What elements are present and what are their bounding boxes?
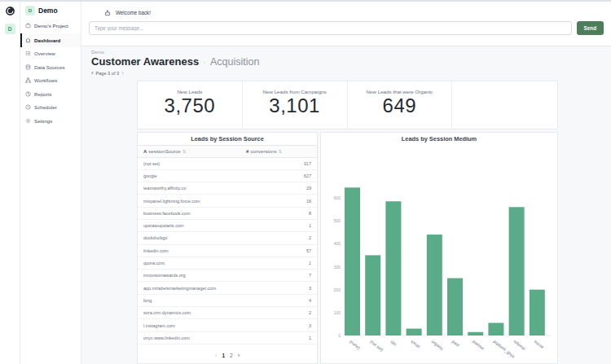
clock-icon [25, 104, 31, 110]
table-row[interactable]: upstateupstarts.com1 [138, 220, 317, 232]
table-row[interactable]: google627 [138, 170, 317, 182]
sidebar-item-overview[interactable]: Overview [20, 47, 81, 61]
briefcase-icon [25, 23, 31, 29]
table-row[interactable]: app.mirabelsmarketingmanager.com3 [138, 282, 317, 294]
sidebar-item-reports[interactable]: Reports [20, 87, 81, 101]
conversions-cell: 1 [309, 261, 317, 265]
x-axis-label: social [534, 339, 545, 349]
column-label: sessionSource [148, 149, 180, 154]
sidebar-item-data-sources[interactable]: Data Sources [20, 60, 81, 74]
next-page-icon[interactable]: › [121, 70, 124, 77]
conversions-cell: 7 [309, 273, 317, 278]
page-subtitle: Acquisition [210, 56, 259, 68]
y-axis-tick: 300 [334, 264, 341, 269]
y-axis-tick: 600 [334, 195, 341, 200]
table-row[interactable]: linkedin.com57 [138, 245, 317, 257]
session-source-cell: app.mirabelsmarketingmanager.com [138, 286, 309, 291]
session-source-cell: onyx.www.linkedin.com [138, 335, 309, 340]
kpi-card-organic-leads: New Leads that were Organic 649 [348, 81, 453, 129]
sitemap-icon [25, 77, 31, 83]
prev-page-icon[interactable]: ‹ [215, 352, 218, 359]
page-title-row: Customer Awareness · Acquisition [91, 55, 611, 68]
chart-bar [365, 255, 380, 335]
message-input[interactable] [89, 21, 572, 35]
text-type-icon: A [143, 149, 147, 154]
breadcrumb[interactable]: Demo [91, 50, 611, 55]
table-row[interactable]: bing4 [138, 295, 317, 307]
column-label: conversions [250, 149, 276, 154]
table-row[interactable]: l.instagram.com3 [138, 319, 317, 331]
chart-title: Leads by Session Medium [321, 133, 557, 146]
kpi-card-new-leads: New Leads 3,750 [138, 81, 243, 129]
workspace-switcher[interactable]: D Demo [20, 2, 81, 20]
sidebar-nav: Dashboard Overview Data Sources Workflow… [20, 33, 81, 128]
session-source-table-body: (not set)317google627teamworthy.affinity… [138, 158, 317, 349]
session-source-panel: Leads by Session Source A sessionSource … [137, 132, 318, 364]
table-row[interactable]: innovisionawards.org7 [138, 270, 317, 282]
x-axis-label: (not set) [369, 339, 385, 353]
sidebar-item-settings[interactable]: Settings [20, 114, 81, 128]
conversions-cell: 627 [304, 173, 317, 178]
session-source-cell: mixpanel.lightning.force.com [138, 199, 306, 204]
table-pagination: ‹ 12 › [138, 349, 317, 363]
chart-bar [427, 235, 442, 335]
kpi-value: 3,101 [269, 94, 320, 117]
sidebar-item-dashboard[interactable]: Dashboard [20, 33, 81, 47]
pie-chart-icon [25, 91, 31, 97]
kpi-empty-cell [452, 81, 557, 129]
table-row[interactable]: duckduckgo2 [138, 232, 317, 244]
table-header: A sessionSource ⇅ # conversions ⇅ [138, 146, 317, 158]
conversions-cell: 16 [306, 199, 317, 204]
kpi-value: 649 [383, 94, 417, 117]
x-axis-label: paid [451, 339, 461, 348]
chart-bar [488, 322, 503, 335]
table-pagination-pages: 12 [222, 353, 232, 358]
table-row[interactable]: (not set)317 [138, 158, 317, 170]
workspace-avatar: D [25, 6, 35, 15]
x-axis-label: referral [512, 339, 526, 351]
sidebar-item-workflows[interactable]: Workflows [20, 74, 81, 88]
app-window: D D Demo Demo's Project Dashboard [0, 2, 611, 364]
conversions-cell: 1 [309, 335, 317, 340]
session-source-cell: linkedin.com [138, 248, 306, 253]
chart-bar [530, 289, 545, 335]
send-button[interactable]: Send [577, 21, 604, 35]
sidebar-item-scheduler[interactable]: Scheduler [20, 101, 81, 115]
sort-icon[interactable]: ⇅ [182, 149, 187, 154]
chart-bar [447, 278, 463, 335]
app-logo-icon[interactable] [5, 6, 15, 16]
column-header-conversions[interactable]: # conversions ⇅ [246, 149, 317, 154]
table-row[interactable]: sora.crm.dynamics.com2 [138, 307, 317, 319]
chart-bar [407, 328, 422, 335]
workspace-avatar[interactable]: D [5, 24, 15, 34]
table-row[interactable]: onyx.www.linkedin.com1 [138, 332, 317, 344]
greeting-row: Welcome back! [104, 7, 604, 18]
prev-page-icon[interactable]: ‹ [91, 70, 94, 77]
sort-icon[interactable]: ⇅ [278, 149, 282, 154]
sidebar-item-label: Dashboard [34, 37, 60, 43]
table-row[interactable]: teamworthy.affinity.co29 [138, 182, 317, 195]
home-icon [25, 37, 31, 43]
page-number[interactable]: 1 [222, 353, 225, 358]
workspace-name: Demo [38, 7, 58, 15]
session-source-cell: quora.com [138, 261, 309, 265]
sidebar-item-label: Overview [34, 50, 55, 56]
page-header: Demo Customer Awareness · Acquisition ‹ … [91, 50, 611, 77]
kpi-row: New Leads 3,750 New Leads from Campaigns… [137, 81, 558, 129]
table-title: Leads by Session Source [138, 133, 317, 146]
sidebar-item-project[interactable]: Demo's Project [20, 20, 81, 33]
next-page-icon[interactable]: › [238, 352, 240, 359]
session-source-cell: l.instagram.com [138, 323, 309, 328]
y-axis-tick: 0 [338, 333, 341, 338]
table-row[interactable]: quora.com1 [138, 257, 317, 270]
table-row[interactable]: business.facebook.com8 [138, 208, 317, 220]
x-axis-label: cpc [389, 339, 398, 347]
column-header-session-source[interactable]: A sessionSource ⇅ [138, 149, 246, 154]
session-source-cell: teamworthy.affinity.co [138, 186, 306, 191]
dashboard-content: Demo Customer Awareness · Acquisition ‹ … [81, 46, 611, 364]
session-source-cell: innovisionawards.org [138, 273, 309, 278]
sidebar-item-label: Data Sources [34, 64, 65, 70]
table-row[interactable]: mixpanel.lightning.force.com16 [138, 195, 317, 207]
sidebar-item-label: Reports [34, 91, 52, 97]
page-number[interactable]: 2 [230, 353, 233, 358]
